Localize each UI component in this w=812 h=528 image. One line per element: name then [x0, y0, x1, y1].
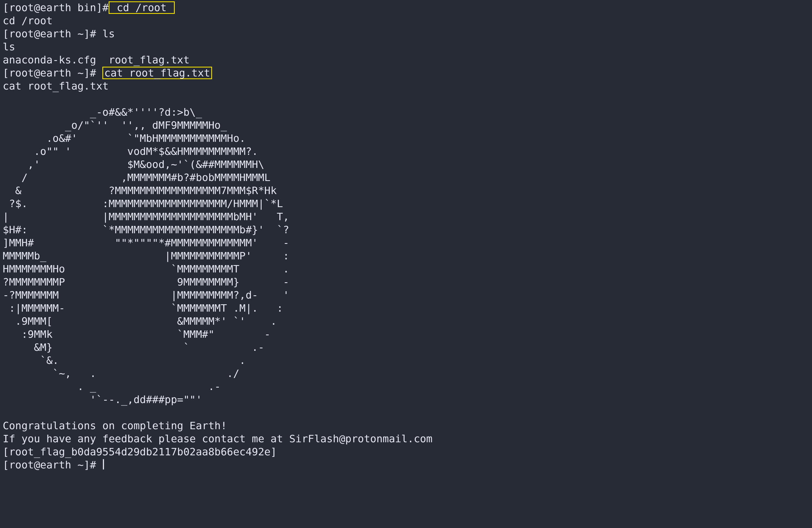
- prompt-1: [root@earth bin]#: [3, 2, 108, 14]
- ascii-art-line: `~, . ./: [3, 367, 239, 379]
- ascii-art-line: . _ .-: [3, 381, 221, 393]
- echo-cd: cd /root: [3, 15, 53, 27]
- highlight-cat-flag: cat root_flag.txt: [102, 67, 212, 79]
- ascii-art-line: &M} ` .-: [3, 341, 264, 353]
- root-flag-value: [root_flag_b0da9554d29db2117b02aa8b66ec4…: [3, 446, 277, 458]
- terminal-output[interactable]: [root@earth bin]# cd /root cd /root [roo…: [0, 0, 812, 472]
- highlight-cd-root: cd /root: [108, 1, 175, 14]
- ascii-art-line: $H#: `*MMMMMMMMMMMMMMMMMMMMb#}' `?: [3, 224, 289, 236]
- echo-cat: cat root_flag.txt: [3, 80, 108, 92]
- final-prompt: [root@earth ~]#: [3, 459, 102, 471]
- ascii-art-line: .o&#' `"MbHMMMMMMMMMMMHo.: [3, 132, 246, 144]
- echo-ls: ls: [3, 41, 15, 53]
- ascii-art-line: .9MMM[ &MMMMM*' `' .: [3, 315, 277, 327]
- ascii-art-line: ?$. :MMMMMMMMMMMMMMMMMMM/HMMM|`*L: [3, 197, 283, 209]
- ascii-art-line: MMMMMb_ |MMMMMMMMMMMP' :: [3, 250, 289, 262]
- ascii-art-line: '`--._,dd###pp=""': [3, 394, 202, 406]
- ascii-art-line: `&. .: [3, 354, 246, 366]
- feedback-message: If you have any feedback please contact …: [3, 433, 433, 445]
- ls-output: anaconda-ks.cfg root_flag.txt: [3, 54, 189, 66]
- ascii-art-line: ?MMMMMMMMP 9MMMMMMMM} -: [3, 276, 289, 288]
- ascii-art-line: | |MMMMMMMMMMMMMMMMMMMMbMH' T,: [3, 211, 289, 223]
- ascii-art-line: / ,MMMMMMM#b?#bobMMMMHMMML: [3, 172, 271, 184]
- prompt-cat: [root@earth ~]#: [3, 67, 102, 79]
- ascii-art-line: ]MMH# ""*""""*#MMMMMMMMMMMMM' -: [3, 237, 289, 249]
- ascii-art-line: _o/"`'' '',, dMF9MMMMMHo_: [3, 119, 227, 131]
- ascii-art-line: -?MMMMMMM |MMMMMMMMM?,d- ': [3, 289, 289, 301]
- ascii-art-line: .o"" ' vodM*$&&HMMMMMMMMMM?.: [3, 145, 258, 157]
- ascii-art-line: & ?MMMMMMMMMMMMMMMMM7MMM$R*Hk: [3, 185, 277, 196]
- congrats-message: Congratulations on completing Earth!: [3, 420, 227, 432]
- ascii-art-line: :|MMMMMM- `MMMMMMMT .M|. :: [3, 302, 283, 314]
- ascii-art-line: _-o#&&*''''?d:>b\_: [3, 106, 202, 118]
- ascii-art-line: HMMMMMMMHo `MMMMMMMMMT .: [3, 263, 289, 275]
- cursor-icon: [103, 459, 104, 469]
- prompt-ls: [root@earth ~]# ls: [3, 28, 115, 40]
- ascii-art-line: :9MMk `MMM#" -: [3, 328, 271, 340]
- ascii-art-line: ,' $M&ood,~'`(&##MMMMMMH\: [3, 158, 264, 171]
